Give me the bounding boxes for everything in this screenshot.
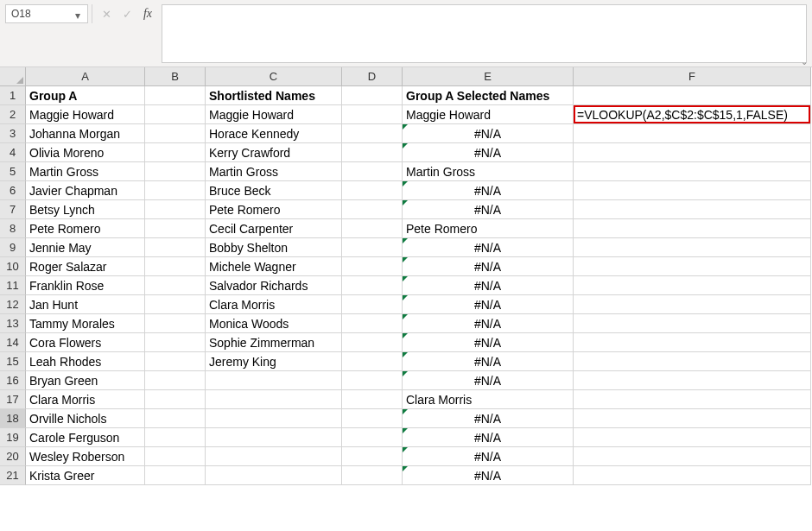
cell[interactable]	[574, 295, 811, 314]
cell[interactable]: Johanna Morgan	[26, 124, 145, 143]
cell[interactable]	[574, 276, 811, 295]
cell[interactable]	[574, 257, 811, 276]
cell[interactable]	[574, 181, 811, 200]
cell[interactable]	[342, 409, 403, 428]
cell[interactable]	[145, 143, 206, 162]
cell[interactable]: #N/A	[403, 333, 574, 352]
row-header[interactable]: 7	[0, 200, 26, 219]
cell[interactable]	[342, 124, 403, 143]
cell[interactable]	[206, 447, 342, 466]
cell[interactable]: Monica Woods	[206, 314, 342, 333]
cell[interactable]	[342, 200, 403, 219]
row-header[interactable]: 16	[0, 371, 26, 390]
cell[interactable]	[145, 238, 206, 257]
cell[interactable]: Bruce Beck	[206, 181, 342, 200]
cell[interactable]	[342, 238, 403, 257]
cell[interactable]: =VLOOKUP(A2,$C$2:$C$15,1,FALSE)	[574, 105, 811, 124]
cell[interactable]	[342, 181, 403, 200]
row-header[interactable]: 2	[0, 105, 26, 124]
cell[interactable]: Pete Romero	[403, 219, 574, 238]
cell[interactable]: #N/A	[403, 466, 574, 485]
cell[interactable]	[206, 466, 342, 485]
cell[interactable]	[574, 143, 811, 162]
cell[interactable]	[145, 314, 206, 333]
row-header[interactable]: 21	[0, 466, 26, 485]
cell[interactable]	[145, 105, 206, 124]
cell[interactable]: Roger Salazar	[26, 257, 145, 276]
col-header-A[interactable]: A	[26, 67, 145, 86]
cell[interactable]: Jan Hunt	[26, 295, 145, 314]
row-header[interactable]: 4	[0, 143, 26, 162]
cell[interactable]	[574, 371, 811, 390]
cell[interactable]: #N/A	[403, 143, 574, 162]
cell[interactable]	[574, 352, 811, 371]
row-header[interactable]: 14	[0, 333, 26, 352]
cell[interactable]: Pete Romero	[26, 219, 145, 238]
cell[interactable]: #N/A	[403, 428, 574, 447]
cell[interactable]: Cora Flowers	[26, 333, 145, 352]
cell[interactable]: #N/A	[403, 124, 574, 143]
cell[interactable]: Jennie May	[26, 238, 145, 257]
cell[interactable]: Franklin Rose	[26, 276, 145, 295]
cell[interactable]: Clara Morris	[206, 295, 342, 314]
col-header-B[interactable]: B	[145, 67, 206, 86]
name-box[interactable]: O18 ▾	[5, 4, 88, 23]
row-header[interactable]: 6	[0, 181, 26, 200]
cell[interactable]	[342, 276, 403, 295]
row-header[interactable]: 5	[0, 162, 26, 181]
cell[interactable]: Maggie Howard	[403, 105, 574, 124]
cell[interactable]: Wesley Roberson	[26, 447, 145, 466]
row-header[interactable]: 1	[0, 86, 26, 105]
cell[interactable]	[145, 257, 206, 276]
cell[interactable]	[145, 124, 206, 143]
cell[interactable]: Clara Morris	[403, 390, 574, 409]
cell[interactable]: Kerry Crawford	[206, 143, 342, 162]
cell[interactable]	[145, 162, 206, 181]
col-header-F[interactable]: F	[574, 67, 811, 86]
cell[interactable]: #N/A	[403, 238, 574, 257]
expand-formula-bar-icon[interactable]: ⌄	[798, 56, 810, 66]
cell[interactable]	[145, 428, 206, 447]
cell[interactable]: #N/A	[403, 371, 574, 390]
cell[interactable]: Shortlisted Names	[206, 86, 342, 105]
formula-input[interactable]	[162, 4, 807, 63]
spreadsheet-grid[interactable]: A B C D E F 1 Group A Shortlisted Names …	[0, 67, 812, 485]
row-header[interactable]: 15	[0, 352, 26, 371]
cell[interactable]: Group A Selected Names	[403, 86, 574, 105]
cell[interactable]	[574, 219, 811, 238]
row-header[interactable]: 19	[0, 428, 26, 447]
cell[interactable]	[574, 447, 811, 466]
cell[interactable]	[342, 105, 403, 124]
cell[interactable]	[342, 295, 403, 314]
cell[interactable]	[574, 162, 811, 181]
cell[interactable]: Martin Gross	[206, 162, 342, 181]
cell[interactable]	[145, 181, 206, 200]
cell[interactable]: Maggie Howard	[206, 105, 342, 124]
cell[interactable]: Michele Wagner	[206, 257, 342, 276]
col-header-D[interactable]: D	[342, 67, 403, 86]
cell[interactable]	[342, 257, 403, 276]
cell[interactable]	[574, 333, 811, 352]
cell[interactable]: Orville Nichols	[26, 409, 145, 428]
cell[interactable]	[574, 86, 811, 105]
cell[interactable]	[342, 371, 403, 390]
cell[interactable]	[206, 428, 342, 447]
cell[interactable]	[145, 390, 206, 409]
row-header[interactable]: 3	[0, 124, 26, 143]
cell[interactable]: Betsy Lynch	[26, 200, 145, 219]
cell[interactable]	[342, 390, 403, 409]
cell[interactable]	[145, 86, 206, 105]
cell[interactable]	[145, 352, 206, 371]
cell[interactable]	[206, 409, 342, 428]
cell[interactable]	[574, 466, 811, 485]
cell[interactable]: Krista Greer	[26, 466, 145, 485]
cell[interactable]	[145, 295, 206, 314]
cell[interactable]	[574, 238, 811, 257]
cell[interactable]	[145, 409, 206, 428]
cell[interactable]	[574, 428, 811, 447]
cell[interactable]	[145, 219, 206, 238]
cell[interactable]: #N/A	[403, 181, 574, 200]
row-header[interactable]: 10	[0, 257, 26, 276]
cell[interactable]	[342, 86, 403, 105]
cell[interactable]	[206, 371, 342, 390]
